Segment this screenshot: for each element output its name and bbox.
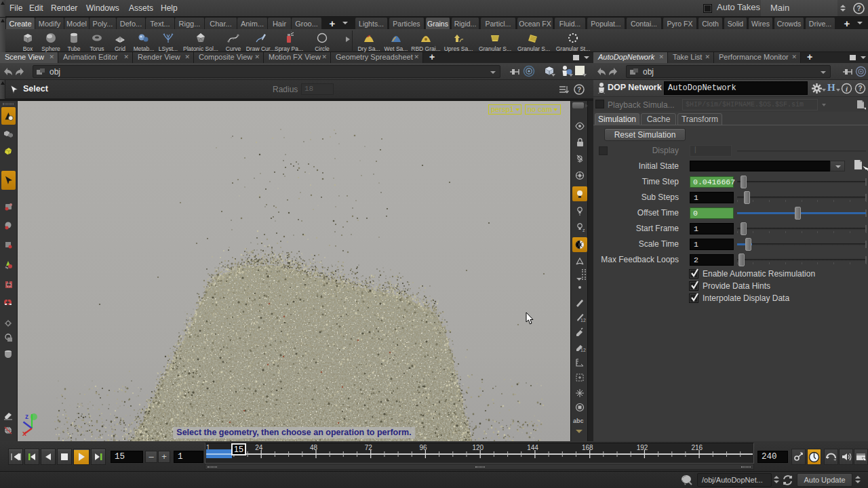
svg-text:x: x	[22, 429, 27, 436]
svg-text:12: 12	[580, 318, 586, 323]
svg-text:i: i	[846, 85, 848, 93]
svg-text:?: ?	[577, 86, 581, 94]
svg-text:z: z	[583, 228, 585, 232]
svg-text:?: ?	[856, 5, 861, 12]
svg-text:z: z	[25, 413, 28, 420]
svg-text:12: 12	[580, 348, 586, 352]
svg-text:?: ?	[858, 85, 862, 92]
